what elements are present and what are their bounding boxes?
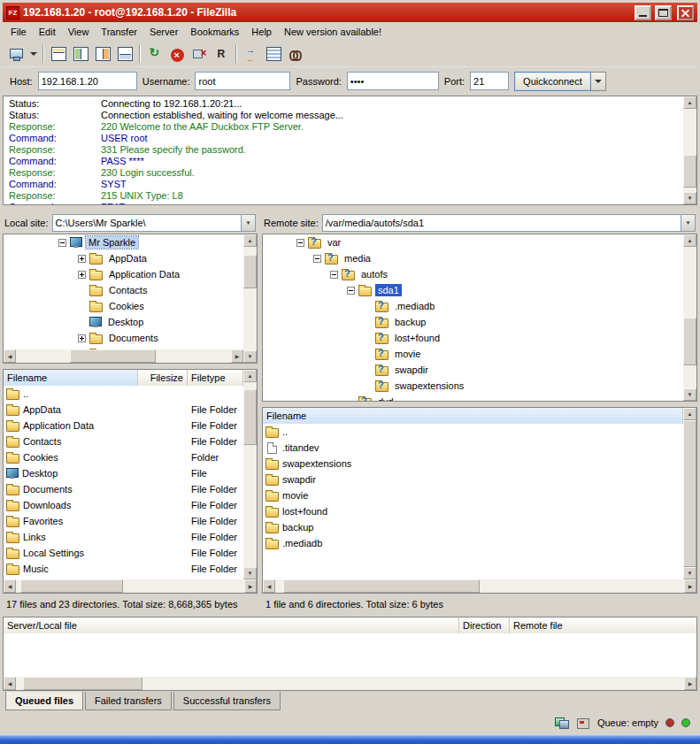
scroll-up-icon[interactable]: ▲ <box>683 408 696 420</box>
expand-icon[interactable] <box>78 271 86 279</box>
tree-item[interactable]: Documents <box>4 330 243 346</box>
file-row[interactable]: swapdir <box>263 472 683 487</box>
file-row[interactable]: AppDataFile Folder <box>4 402 243 418</box>
tree-item[interactable]: sda1 <box>263 282 683 298</box>
collapse-icon[interactable] <box>330 271 338 279</box>
local-tree-vscrollbar[interactable]: ▲ ▼ <box>243 234 257 363</box>
menu-edit[interactable]: Edit <box>33 24 62 40</box>
directory-comparison-button[interactable] <box>241 44 262 65</box>
local-tree-hscrollbar[interactable]: ◀ ▶ <box>4 349 243 363</box>
file-row[interactable]: .. <box>4 386 243 402</box>
menu-file[interactable]: File <box>4 24 33 40</box>
collapse-icon[interactable] <box>347 287 355 295</box>
disconnect-button[interactable] <box>188 44 210 65</box>
scroll-left-icon[interactable]: ◀ <box>263 579 275 593</box>
traffic-monitor-icon[interactable] <box>555 717 569 729</box>
file-row[interactable]: DocumentsFile Folder <box>4 481 243 497</box>
menu-bookmarks[interactable]: Bookmarks <box>184 24 245 40</box>
chevron-down-icon[interactable]: ▼ <box>241 215 255 231</box>
file-row[interactable]: DesktopFile <box>4 465 243 481</box>
quickconnect-dropdown-button[interactable] <box>591 72 606 91</box>
refresh-button[interactable] <box>144 44 165 65</box>
scroll-left-icon[interactable]: ◀ <box>4 677 16 690</box>
close-button[interactable] <box>677 5 694 20</box>
menu-server[interactable]: Server <box>143 24 184 40</box>
host-input[interactable] <box>38 72 137 90</box>
collapse-icon[interactable] <box>296 239 304 247</box>
remote-site-combo[interactable]: /var/media/autofs/sda1 ▼ <box>322 214 696 232</box>
toggle-local-tree-button[interactable] <box>70 44 91 65</box>
tree-item[interactable]: AppData <box>4 250 243 266</box>
file-row[interactable]: swapextensions <box>263 456 683 472</box>
collapse-icon[interactable] <box>313 255 321 263</box>
menu-view[interactable]: View <box>62 24 96 40</box>
scroll-up-icon[interactable]: ▲ <box>243 234 257 247</box>
site-manager-button[interactable] <box>5 44 27 65</box>
scrollbar-thumb[interactable] <box>683 318 696 365</box>
tree-item[interactable]: Cookies <box>4 298 243 314</box>
username-input[interactable] <box>195 72 290 90</box>
scroll-left-icon[interactable]: ◀ <box>4 349 16 363</box>
local-site-combo[interactable]: C:\Users\Mr Sparkle\ ▼ <box>52 214 256 232</box>
tree-item[interactable]: media <box>263 250 683 266</box>
tree-item[interactable]: Desktop <box>4 314 243 330</box>
remote-list-hscrollbar[interactable]: ◀ ▶ <box>263 579 696 593</box>
scroll-left-icon[interactable]: ◀ <box>4 579 16 593</box>
synchronized-browsing-button[interactable] <box>263 44 284 65</box>
find-files-button[interactable] <box>285 44 306 65</box>
reconnect-button[interactable] <box>211 44 232 65</box>
maximize-button[interactable] <box>655 5 672 20</box>
scrollbar-thumb[interactable] <box>683 420 696 567</box>
column-header-filename[interactable]: Filename <box>4 370 138 386</box>
tree-item[interactable]: .mediadb <box>263 298 683 314</box>
tree-item[interactable]: lost+found <box>263 330 683 346</box>
tree-item[interactable]: backup <box>263 314 683 330</box>
scrollbar-thumb[interactable] <box>70 349 156 363</box>
scroll-up-icon[interactable]: ▲ <box>683 234 696 247</box>
scroll-right-icon[interactable]: ▶ <box>684 579 696 593</box>
expand-icon[interactable] <box>78 255 86 263</box>
toggle-transfer-queue-button[interactable] <box>114 44 135 65</box>
toggle-message-log-button[interactable] <box>48 44 69 65</box>
speed-limits-icon[interactable] <box>576 717 590 729</box>
scrollbar-thumb[interactable] <box>23 677 143 690</box>
toggle-remote-tree-button[interactable] <box>92 44 113 65</box>
column-header-filename[interactable]: Filename <box>263 408 683 424</box>
file-row[interactable]: MusicFile Folder <box>4 561 243 577</box>
chevron-down-icon[interactable]: ▼ <box>681 215 695 231</box>
quickconnect-button[interactable]: Quickconnect <box>514 72 591 91</box>
scrollbar-thumb[interactable] <box>243 255 257 288</box>
file-row[interactable]: CookiesFolder <box>4 449 243 465</box>
menu-new-version[interactable]: New version available! <box>278 24 388 40</box>
scroll-right-icon[interactable]: ▶ <box>244 579 257 593</box>
scroll-right-icon[interactable]: ▶ <box>231 349 243 363</box>
scroll-down-icon[interactable]: ▼ <box>683 388 696 401</box>
file-row[interactable]: DownloadsFile Folder <box>4 497 243 513</box>
file-row[interactable]: .titandev <box>263 440 683 456</box>
scroll-down-icon[interactable]: ▼ <box>683 192 696 204</box>
scroll-down-icon[interactable]: ▼ <box>243 350 257 363</box>
tree-item[interactable]: movie <box>263 346 683 362</box>
scroll-down-icon[interactable]: ▼ <box>683 567 696 579</box>
scrollbar-thumb[interactable] <box>20 579 123 593</box>
port-input[interactable] <box>470 72 509 90</box>
collapse-icon[interactable] <box>58 239 66 247</box>
tree-item[interactable]: var <box>263 234 683 250</box>
tree-item[interactable]: Mr Sparkle <box>4 234 243 250</box>
scroll-up-icon[interactable]: ▲ <box>243 370 257 382</box>
password-input[interactable] <box>347 72 439 90</box>
file-row[interactable]: .mediadb <box>263 535 683 551</box>
tree-item[interactable]: swapextensions <box>263 378 683 394</box>
menu-transfer[interactable]: Transfer <box>95 24 143 40</box>
column-header-filetype[interactable]: Filetype <box>188 370 243 386</box>
local-list-hscrollbar[interactable]: ◀ ▶ <box>4 579 257 593</box>
scrollbar-thumb[interactable] <box>283 579 480 593</box>
file-row[interactable]: backup <box>263 519 683 535</box>
tree-item[interactable]: Contacts <box>4 282 243 298</box>
file-row[interactable]: .. <box>263 424 683 440</box>
tab-successful-transfers[interactable]: Successful transfers <box>173 692 281 710</box>
column-header-direction[interactable]: Direction <box>459 617 510 633</box>
tree-item[interactable]: autofs <box>263 266 683 282</box>
scroll-right-icon[interactable]: ▶ <box>684 677 696 690</box>
scrollbar-thumb[interactable] <box>243 389 257 445</box>
